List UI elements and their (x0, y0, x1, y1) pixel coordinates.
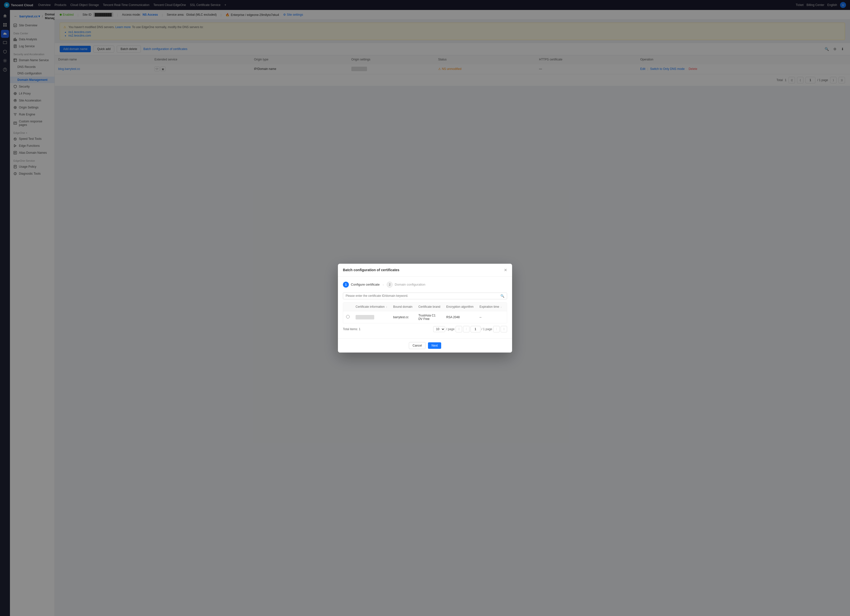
col-cert-info[interactable]: Certificate information ↕ (353, 302, 390, 311)
cert-bound-count-cell: 🔗 0 (505, 311, 507, 323)
modal-first-page[interactable]: ⟨⟨ (456, 326, 462, 332)
modal-prev-page[interactable]: ⟨ (463, 326, 470, 332)
per-page-select[interactable]: 10 20 50 (433, 326, 445, 332)
modal-cancel-button[interactable]: Cancel (409, 342, 425, 349)
modal-pagination: Total items: 1 10 20 50 / page ⟨⟨ ⟨ / 1 … (343, 323, 507, 333)
modal-next-page[interactable]: ⟩ (493, 326, 500, 332)
modal-body: 1 Configure certificate › 2 Domain confi… (338, 277, 512, 338)
modal-stepper: 1 Configure certificate › 2 Domain confi… (343, 282, 507, 288)
cert-search-wrap: 🔍 (343, 293, 507, 299)
cert-table: Certificate information ↕ Bound domain C… (343, 302, 507, 323)
sort-exp-icon: ↓ (501, 305, 502, 308)
modal-close-button[interactable]: ✕ (504, 268, 507, 272)
modal-page-input-wrap (471, 326, 480, 332)
cert-search-icon: 🔍 (500, 294, 504, 298)
cert-table-wrap: Certificate information ↕ Bound domain C… (343, 302, 507, 323)
modal-title: Batch configuration of certificates (343, 268, 400, 272)
col-enc-algo: Encryption algorithm (443, 302, 476, 311)
modal-total-pages: / 1 page (482, 327, 492, 331)
modal-page-input[interactable] (471, 326, 480, 332)
per-page-label: / page (446, 327, 454, 331)
sort-cert-icon: ↕ (386, 305, 387, 308)
step-1: 1 Configure certificate (343, 282, 380, 288)
cert-brand-cell: TrustAsia C1 DV Free (415, 311, 443, 323)
cert-search-input[interactable] (346, 294, 498, 298)
modal-pagination-controls: 10 20 50 / page ⟨⟨ ⟨ / 1 page ⟩ ⟩⟩ (433, 326, 507, 332)
modal-total-items: Total items: 1 (343, 327, 361, 331)
batch-cert-modal: Batch configuration of certificates ✕ 1 … (338, 264, 512, 353)
step-2-label: Domain configuration (395, 283, 425, 286)
cert-id-cell: ID██████ (353, 311, 390, 323)
modal-footer: Cancel Next (338, 338, 512, 353)
cert-enc-cell: RSA 2048 (443, 311, 476, 323)
cert-radio-input[interactable] (346, 315, 350, 318)
step-2: 2 Domain configuration (387, 282, 425, 288)
cert-radio-cell (343, 311, 353, 323)
step-2-circle: 2 (387, 282, 393, 288)
col-cert-brand: Certificate brand (415, 302, 443, 311)
modal-overlay: Batch configuration of certificates ✕ 1 … (0, 0, 850, 616)
modal-next-button[interactable]: Next (428, 342, 441, 349)
cert-row-0: ID██████ barrytest.cc TrustAsia C1 DV Fr… (343, 311, 507, 323)
cert-exp-cell: -- (476, 311, 505, 323)
col-bound-count: Bound domain (505, 302, 507, 311)
modal-last-page[interactable]: ⟩⟩ (501, 326, 507, 332)
step-arrow: › (383, 283, 384, 287)
step-1-circle: 1 (343, 282, 349, 288)
col-exp-time[interactable]: Expiration time ↓ (476, 302, 505, 311)
col-select (343, 302, 353, 311)
col-bound-domain: Bound domain (390, 302, 415, 311)
modal-header: Batch configuration of certificates ✕ (338, 264, 512, 277)
cert-bound-domain-cell: barrytest.cc (390, 311, 415, 323)
step-1-label: Configure certificate (351, 283, 380, 286)
cert-id-value: ID██████ (356, 315, 374, 320)
